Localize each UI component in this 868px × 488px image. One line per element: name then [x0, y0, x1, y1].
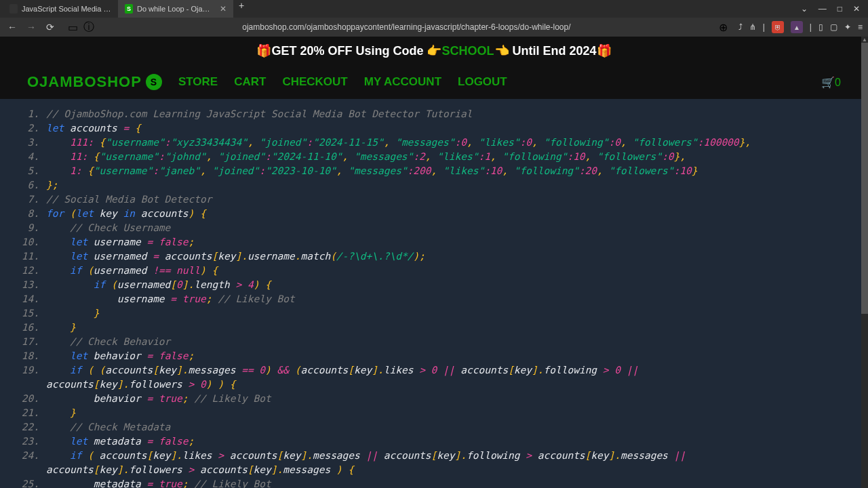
- page-content: 🎁GET 20% OFF Using Code 👉SCHOOL👈 Until E…: [0, 37, 868, 488]
- close-window-button[interactable]: ✕: [853, 4, 860, 14]
- menu-logout[interactable]: LOGOUT: [458, 75, 507, 89]
- line-number: 17.: [20, 335, 46, 349]
- line-content: accounts[key].followers > accounts[key].…: [46, 463, 354, 477]
- line-content: // OjamboShop.com Learning JavaScript So…: [46, 107, 473, 121]
- line-number: 14.: [20, 292, 46, 306]
- code-line: 23. let metadata = false;: [20, 434, 848, 449]
- tab-active[interactable]: S Do while Loop - OjamboSh ✕: [118, 0, 233, 18]
- new-tab-button[interactable]: +: [233, 0, 250, 18]
- code-line: 6.};: [20, 178, 848, 192]
- line-number: 15.: [20, 306, 46, 321]
- toolbar: ← → ⟳ ▭ ⓘ ojamboshop.com/ojamboshoppayco…: [0, 18, 868, 37]
- code-line: accounts[key].followers > 0) ) {: [20, 378, 848, 392]
- line-content: // Check Username: [46, 221, 170, 235]
- panel-icon[interactable]: ▢: [830, 22, 837, 32]
- code-line: 3. 111: {"username":"xyz33434434", "join…: [20, 136, 848, 150]
- divider: |: [810, 22, 812, 32]
- forward-button[interactable]: →: [24, 22, 38, 33]
- back-button[interactable]: ←: [5, 22, 19, 33]
- line-content: accounts[key].followers > 0) ) {: [46, 378, 235, 392]
- site-info-icon[interactable]: ⓘ: [83, 20, 94, 35]
- line-number: 23.: [20, 434, 46, 449]
- line-content: let username = false;: [46, 235, 194, 249]
- banner-post: 👈 Until End 2024🎁: [494, 44, 612, 58]
- menu-cart[interactable]: CART: [234, 75, 266, 89]
- menu-store[interactable]: STORE: [178, 75, 218, 89]
- line-number: [20, 378, 46, 392]
- site-menubar: OJAMBOSHOP S STORE CART CHECKOUT MY ACCO…: [0, 65, 868, 99]
- close-tab-icon[interactable]: ✕: [220, 4, 226, 14]
- line-number: 12.: [20, 264, 46, 278]
- code-line: 17. // Check Behavior: [20, 335, 848, 349]
- brand-s-icon: S: [146, 74, 162, 90]
- scroll-up-icon[interactable]: ▲: [861, 37, 868, 43]
- line-content: // Social Media Bot Detector: [46, 192, 212, 207]
- line-number: 2.: [20, 121, 46, 136]
- banner-pre: 🎁GET 20% OFF Using Code 👉: [256, 44, 441, 58]
- line-number: 10.: [20, 235, 46, 249]
- code-line: 15. }: [20, 306, 848, 321]
- line-number: 8.: [20, 207, 46, 221]
- zoom-icon[interactable]: ⊕: [719, 21, 728, 34]
- code-line: accounts[key].followers > accounts[key].…: [20, 463, 848, 477]
- line-number: 24.: [20, 449, 46, 463]
- sidebar-icon[interactable]: ▯: [818, 22, 823, 32]
- line-content: username = true; // Likely Bot: [46, 292, 295, 306]
- code-line: 1.// OjamboShop.com Learning JavaScript …: [20, 107, 848, 121]
- scrollbar[interactable]: ▲: [861, 37, 868, 488]
- tabs: JavaScript Social Media Bot De S Do whil…: [3, 0, 250, 18]
- line-content: }: [46, 321, 76, 335]
- reader-mode-icon[interactable]: ▭: [68, 21, 78, 34]
- line-content: // Check Behavior: [46, 335, 170, 349]
- extension-ublock-icon[interactable]: ⛨: [772, 21, 784, 33]
- menu-account[interactable]: MY ACCOUNT: [364, 75, 441, 89]
- line-number: 11.: [20, 249, 46, 264]
- cart-count: 0: [835, 77, 841, 88]
- url-bar[interactable]: ▭ ⓘ ojamboshop.com/ojamboshoppaycontent/…: [62, 20, 733, 35]
- tab-inactive[interactable]: JavaScript Social Media Bot De: [3, 0, 118, 18]
- line-content: if ( (accounts[key].messages == 0) && (a…: [46, 363, 638, 378]
- chevron-down-icon[interactable]: ⌄: [801, 4, 808, 14]
- maximize-button[interactable]: □: [837, 4, 842, 14]
- line-content: // Check Metadata: [46, 420, 170, 434]
- menu-icon[interactable]: ≡: [858, 22, 863, 32]
- line-content: 111: {"username":"xyz33434434", "joined"…: [46, 136, 751, 150]
- scroll-thumb[interactable]: [861, 43, 868, 314]
- code-line: 24. if ( accounts[key].likes > accounts[…: [20, 449, 848, 463]
- brand-text: OJAMBOSHOP: [27, 73, 142, 91]
- line-content: if (usernamed[0].length > 4) {: [46, 278, 271, 292]
- brand-logo[interactable]: OJAMBOSHOP S: [27, 73, 162, 91]
- favicon-icon: S: [125, 4, 133, 14]
- tab-title: JavaScript Social Media Bot De: [22, 5, 111, 13]
- line-number: 22.: [20, 420, 46, 434]
- favicon-icon: [9, 4, 18, 14]
- menu-checkout[interactable]: CHECKOUT: [282, 75, 347, 89]
- code-line: 4. 11: {"username":"johnd", "joined":"20…: [20, 150, 848, 164]
- line-content: behavior = true; // Likely Bot: [46, 392, 271, 406]
- cart-icon[interactable]: 🛒0: [821, 76, 841, 89]
- line-number: [20, 463, 46, 477]
- line-number: 5.: [20, 164, 46, 178]
- window-controls: ⌄ — □ ✕: [801, 4, 865, 14]
- code-line: 13. if (usernamed[0].length > 4) {: [20, 278, 848, 292]
- sparkle-icon[interactable]: ✦: [844, 22, 851, 32]
- line-content: }: [46, 406, 76, 420]
- line-content: }: [46, 306, 100, 321]
- share-icon[interactable]: ⤴: [738, 22, 743, 32]
- line-content: };: [46, 178, 58, 192]
- code-line: 10. let username = false;: [20, 235, 848, 249]
- url-text: ojamboshop.com/ojamboshoppaycontent/lear…: [100, 22, 713, 32]
- line-number: 7.: [20, 192, 46, 207]
- rss-icon[interactable]: ⋔: [749, 22, 756, 32]
- reload-button[interactable]: ⟳: [43, 22, 57, 33]
- line-number: 21.: [20, 406, 46, 420]
- line-content: for (let key in accounts) {: [46, 207, 206, 221]
- banner-code: SCHOOL: [441, 44, 494, 58]
- line-number: 20.: [20, 392, 46, 406]
- code-line: 8.for (let key in accounts) {: [20, 207, 848, 221]
- line-number: 9.: [20, 221, 46, 235]
- minimize-button[interactable]: —: [818, 4, 827, 14]
- line-content: if ( accounts[key].likes > accounts[key]…: [46, 449, 686, 463]
- code-line: 25. metadata = true; // Likely Bot: [20, 477, 848, 488]
- extension-icon[interactable]: ▲: [791, 21, 803, 33]
